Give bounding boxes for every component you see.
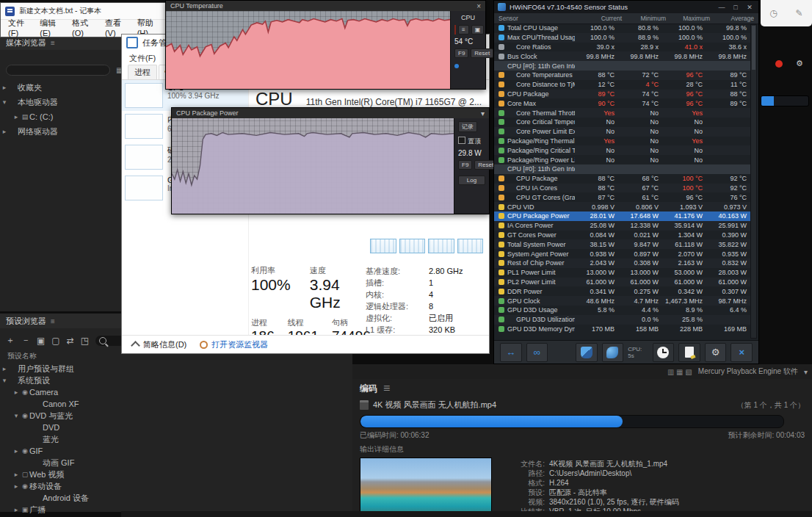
settings-icon[interactable]: ▢ bbox=[51, 336, 59, 346]
sensor-row[interactable]: CPU Package 89 °C 74 °C 96 °C 88 °C bbox=[494, 90, 751, 99]
grid-toggle-icon[interactable]: ≡ bbox=[458, 25, 469, 35]
open-resource-monitor-link[interactable]: 打开资源监视器 bbox=[200, 339, 268, 350]
sensor-row[interactable]: System Agent Power 0.938 W 0.897 W 2.070… bbox=[494, 249, 751, 258]
add-preset-icon[interactable]: ＋ bbox=[6, 334, 15, 347]
preset-tree-item[interactable]: Android 设备 bbox=[0, 492, 352, 504]
tab[interactable]: 进程 bbox=[128, 65, 157, 79]
panel-menu-icon[interactable]: ≡ bbox=[383, 382, 390, 395]
panel-menu-icon[interactable]: ≡ bbox=[51, 317, 55, 325]
hwinfo-titlebar[interactable]: HWiNFO64 v7.10-4540 Sensor Status — □ ✕ bbox=[494, 1, 758, 13]
hotkey-button[interactable]: F9 bbox=[458, 160, 472, 170]
sensor-row[interactable]: CPU IA Cores 88 °C 67 °C 100 °C 92 °C bbox=[494, 184, 751, 193]
menu-item[interactable]: 文件(F) bbox=[8, 18, 29, 37]
sensor-row[interactable]: Total System Power 38.15 W 9.847 W 61.11… bbox=[494, 239, 751, 249]
sensor-row[interactable]: Core Max 90 °C 74 °C 96 °C 89 °C bbox=[494, 98, 751, 108]
link-button[interactable]: ∞ bbox=[526, 343, 548, 362]
col-minimum[interactable]: Minimum bbox=[626, 15, 670, 22]
timer-icon[interactable]: ◷ bbox=[769, 8, 777, 18]
import-preset-icon[interactable]: ⇄ bbox=[67, 336, 74, 346]
maximize-icon[interactable]: □ bbox=[731, 4, 741, 11]
preset-tree-item[interactable]: ▸ 用户预设与群组 bbox=[0, 363, 352, 375]
series-color-swatch[interactable] bbox=[454, 25, 456, 35]
expander-icon[interactable]: ▸ bbox=[12, 506, 21, 513]
close-sensors-button[interactable]: × bbox=[731, 343, 753, 362]
recorder-card[interactable]: ◷ ✎ bbox=[761, 0, 812, 26]
menu-item[interactable]: 编辑(E) bbox=[40, 18, 62, 37]
preset-tree-item[interactable]: ▸ ▢ Web 视频 bbox=[0, 469, 352, 480]
sensor-row[interactable]: Core Critical Temperature No No No bbox=[494, 118, 751, 127]
panel-menu-icon[interactable]: ≡ bbox=[51, 39, 55, 47]
preset-tree-item[interactable]: 动画 GIF bbox=[0, 457, 352, 469]
sensor-row[interactable]: Rest of Chip Power 2.043 W 0.308 W 2.163… bbox=[494, 258, 751, 268]
preset-tree-item[interactable]: ▾ 系统预设 bbox=[0, 375, 352, 386]
media-search-input[interactable] bbox=[6, 65, 110, 76]
sensor-column-headers[interactable]: Sensor Current Minimum Maximum Average bbox=[494, 13, 758, 24]
sensor-row[interactable]: Bus Clock 99.8 MHz 99.8 MHz 99.8 MHz 99.… bbox=[494, 51, 751, 61]
pin-icon[interactable]: ✎ bbox=[796, 8, 803, 18]
clock-button[interactable] bbox=[653, 343, 675, 362]
logging-button[interactable] bbox=[678, 343, 700, 362]
sensor-row[interactable]: PL2 Power Limit 61.000 W 61.000 W 61.000… bbox=[494, 278, 751, 287]
sensor-row[interactable]: GPU D3D Usage 5.8 % 4.4 % 8.9 % 6.4 % bbox=[494, 306, 751, 315]
sensor-row[interactable]: GPU D3D Utilization 0.0 % 25.8 % bbox=[494, 315, 751, 325]
scrollbar-thumb[interactable] bbox=[752, 26, 755, 70]
queue-icons[interactable]: ▥ ▦ ▧ bbox=[667, 368, 692, 376]
sensor-row[interactable]: Package/Ring Power Limit ... No No No bbox=[494, 155, 751, 164]
log-button[interactable]: Log bbox=[458, 176, 485, 185]
col-average[interactable]: Average bbox=[714, 15, 758, 22]
sensor-row[interactable]: Core Ratios 39.0 x 28.9 x 41.0 x 38.6 x bbox=[494, 43, 751, 52]
record-button[interactable]: 记录 bbox=[458, 121, 477, 132]
encoding-file-row[interactable]: 4K 视频 风景画面 无人机航拍.mp4 bbox=[360, 400, 496, 411]
shield-graph-button[interactable] bbox=[576, 343, 598, 362]
expander-icon[interactable]: ▾ bbox=[0, 377, 9, 384]
remove-preset-icon[interactable]: － bbox=[21, 334, 30, 347]
options-icon[interactable]: ▾ bbox=[481, 109, 485, 118]
sensor-row[interactable]: DDR Power 0.341 W 0.275 W 0.342 W 0.307 … bbox=[494, 286, 751, 296]
menu-item[interactable]: 格式(O) bbox=[72, 18, 95, 37]
minimize-icon[interactable]: — bbox=[717, 4, 727, 11]
sensor-row[interactable]: CPU GT Cores (Graphics) 87 °C 61 °C 96 °… bbox=[494, 192, 751, 202]
gear-icon[interactable]: ⚙ bbox=[796, 59, 803, 68]
sensor-row[interactable]: Core Distance to TjMAX 12 °C 4 °C 28 °C … bbox=[494, 80, 751, 90]
sensor-row[interactable]: Core Power Limit Exceeded No No No bbox=[494, 127, 751, 137]
preset-tree-item[interactable]: ▸ ◉ Camera bbox=[0, 386, 352, 398]
sensor-row[interactable]: CPU [#0]: 11th Gen Intel Core i7-1165G7:… bbox=[494, 61, 751, 70]
graph-window-titlebar[interactable]: CPU Temperature × bbox=[166, 1, 485, 11]
sensor-row[interactable]: GT Cores Power 0.084 W 0.021 W 1.304 W 0… bbox=[494, 231, 751, 240]
new-group-icon[interactable]: ▣ bbox=[37, 336, 45, 346]
preset-tree-item[interactable]: ▸ ◉ 移动设备 bbox=[0, 480, 352, 492]
expander-icon[interactable]: ▸ bbox=[12, 113, 21, 120]
sensor-row[interactable]: GPU Clock 48.6 MHz 4.7 MHz 1,467.3 MHz 9… bbox=[494, 296, 751, 306]
sensor-row[interactable]: PL1 Power Limit 13.000 W 13.000 W 53.000… bbox=[494, 268, 751, 278]
sensor-row[interactable]: CPU [#0]: 11th Gen Intel Core i7-1165G7:… bbox=[494, 164, 751, 174]
col-sensor[interactable]: Sensor bbox=[494, 15, 582, 22]
graph-window-titlebar[interactable]: CPU Package Power ▾ bbox=[172, 108, 489, 118]
expander-icon[interactable]: ▸ bbox=[0, 365, 9, 372]
fewer-details-toggle[interactable]: 简略信息(D) bbox=[132, 339, 186, 350]
sensor-row[interactable]: CPU VID 0.998 V 0.806 V 1.093 V 0.973 V bbox=[494, 202, 751, 212]
sensor-row[interactable]: IA Cores Power 25.08 W 12.338 W 35.914 W… bbox=[494, 221, 751, 231]
settings-button[interactable]: ⚙ bbox=[705, 343, 727, 362]
sensor-row[interactable]: Total CPU Usage 100.0 % 80.8 % 100.0 % 9… bbox=[494, 24, 751, 33]
sensor-row[interactable]: GPU D3D Memory Dynamic 170 MB 158 MB 228… bbox=[494, 325, 751, 334]
expander-icon[interactable]: ▸ bbox=[12, 482, 21, 490]
sensor-row[interactable]: CPU Package 88 °C 68 °C 100 °C 92 °C bbox=[494, 174, 751, 184]
preset-tree-item[interactable]: Canon XF bbox=[0, 398, 352, 410]
expander-icon[interactable]: ▸ bbox=[0, 128, 9, 135]
pin-checkbox[interactable] bbox=[458, 137, 465, 144]
close-icon[interactable]: × bbox=[476, 2, 481, 10]
style-toggle-icon[interactable]: ▣ bbox=[471, 25, 485, 35]
renderer-dropdown-caret[interactable]: ▾ bbox=[804, 368, 808, 376]
export-preset-icon[interactable]: ◳ bbox=[81, 336, 89, 346]
expander-icon[interactable]: ▸ bbox=[12, 447, 21, 455]
col-maximum[interactable]: Maximum bbox=[670, 15, 714, 22]
sensor-row[interactable]: Package/Ring Critical Temp... No No No bbox=[494, 145, 751, 155]
preset-tree-item[interactable]: 蓝光 bbox=[0, 433, 352, 445]
sensor-row[interactable]: Core Thermal Throttling Yes No Yes bbox=[494, 108, 751, 118]
record-dot-icon[interactable] bbox=[775, 60, 783, 68]
scrollbar[interactable] bbox=[750, 24, 757, 339]
preset-tree-item[interactable]: ▸ ◉ GIF bbox=[0, 445, 352, 457]
expand-columns-button[interactable]: ↔ bbox=[500, 343, 522, 362]
expander-icon[interactable]: ▸ bbox=[0, 84, 9, 91]
col-current[interactable]: Current bbox=[582, 15, 626, 22]
